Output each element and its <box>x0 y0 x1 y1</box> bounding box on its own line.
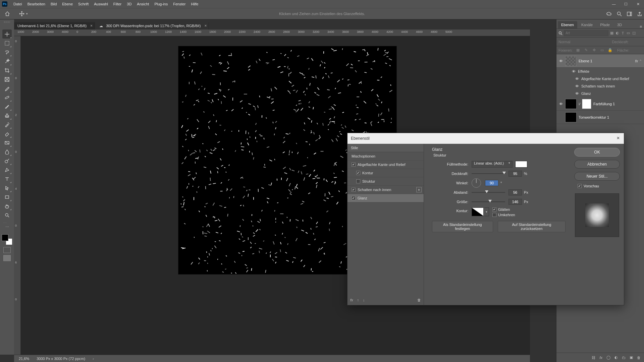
move-up-icon[interactable]: ↑ <box>357 298 359 302</box>
new-style-button[interactable]: Neuer Stil... <box>574 172 620 181</box>
tab-3d[interactable]: 3D <box>614 21 625 28</box>
blur-tool[interactable] <box>2 147 12 156</box>
document-tab-2[interactable]: ☁ 300 DPI Wassertropfen.psdc bei 117% (T… <box>95 22 209 29</box>
checkbox-icon[interactable] <box>352 188 356 192</box>
status-doc-dims[interactable]: 3000 Px x 3000 Px (72 ppcm) <box>37 357 85 361</box>
lock-position-icon[interactable]: ✥ <box>591 48 597 52</box>
adjustment-layer-icon[interactable]: ◐ <box>614 355 618 360</box>
checkbox-icon[interactable] <box>352 163 356 167</box>
fx-menu-icon[interactable]: fx <box>350 298 353 302</box>
filter-type-icon[interactable]: T <box>621 30 625 36</box>
menu-window[interactable]: Fenster <box>170 0 188 8</box>
crop-tool[interactable] <box>2 66 12 75</box>
heal-tool[interactable] <box>2 93 12 102</box>
frame-tool[interactable] <box>2 75 12 84</box>
style-blend-options[interactable]: Mischoptionen <box>347 152 424 161</box>
filter-shape-icon[interactable]: ▭ <box>626 30 630 36</box>
brush-tool[interactable] <box>2 102 12 111</box>
menu-3d[interactable]: 3D <box>124 0 134 8</box>
link-layers-icon[interactable]: ⛓ <box>592 356 595 360</box>
lasso-tool[interactable] <box>2 48 12 57</box>
menu-file[interactable]: Datei <box>11 0 25 8</box>
status-more-icon[interactable]: › <box>93 357 94 361</box>
path-select-tool[interactable] <box>2 183 12 192</box>
gradient-tool[interactable] <box>2 138 12 147</box>
close-icon[interactable]: × <box>204 22 207 29</box>
reset-default-button[interactable]: Auf Standardeinstellung zurücksetzen <box>498 221 566 232</box>
move-tool[interactable] <box>2 29 12 39</box>
menu-select[interactable]: Auswahl <box>91 0 111 8</box>
color-swatch[interactable] <box>515 161 527 168</box>
invert-checkbox[interactable]: Umkehren <box>492 213 515 217</box>
tab-channels[interactable]: Kanäle <box>578 21 596 28</box>
new-layer-icon[interactable]: ▣ <box>630 355 633 360</box>
status-zoom[interactable]: 21,6% <box>19 357 29 361</box>
fx-bevel-row[interactable]: 👁 Abgeflachte Kante und Relief <box>556 75 644 82</box>
lock-artboard-icon[interactable]: ▭ <box>599 48 605 52</box>
workspace-icon[interactable] <box>627 11 632 16</box>
lock-all-icon[interactable]: 🔒 <box>607 48 613 52</box>
style-bevel[interactable]: Abgeflachte Kante und Relief <box>347 161 424 169</box>
ok-button[interactable]: OK <box>574 148 620 157</box>
fx-badge[interactable]: fx <box>635 59 638 63</box>
menu-filter[interactable]: Filter <box>111 0 124 8</box>
add-instance-icon[interactable]: + <box>416 187 422 192</box>
style-satin[interactable]: Glanz <box>347 194 424 202</box>
tab-paths[interactable]: Pfade <box>597 21 613 28</box>
document-tab-1[interactable]: Unbenannt-1 bei 21,6% (Ebene 1, RGB/8) × <box>14 22 95 29</box>
trash-icon[interactable]: 🗑 <box>417 298 421 302</box>
fx-inner-shadow-row[interactable]: 👁 Schatten nach innen <box>556 82 644 90</box>
anti-alias-checkbox[interactable]: Glätten <box>492 207 515 212</box>
style-texture[interactable]: Struktur <box>347 177 424 186</box>
eraser-tool[interactable] <box>2 129 12 138</box>
menu-plugins[interactable]: Plug-ins <box>152 0 170 8</box>
fx-satin-row[interactable]: 👁 Glanz <box>556 90 644 97</box>
filter-smart-icon[interactable]: ◫ <box>632 30 636 36</box>
checkbox-icon[interactable] <box>356 179 360 183</box>
share-icon[interactable] <box>637 11 642 16</box>
fx-collapse-icon[interactable]: ⌃ <box>639 59 642 63</box>
fg-bg-color[interactable] <box>2 234 12 245</box>
angle-dial[interactable] <box>472 178 481 188</box>
visibility-icon[interactable]: 👁 <box>556 59 565 63</box>
opacity-slider[interactable] <box>472 171 505 176</box>
layer-thumbnail[interactable] <box>565 99 577 109</box>
filter-adjust-icon[interactable]: ◐ <box>615 30 620 36</box>
size-input[interactable] <box>508 199 522 205</box>
zoom-tool[interactable] <box>2 210 12 220</box>
checkbox-icon[interactable] <box>356 171 360 175</box>
size-slider[interactable] <box>472 199 505 204</box>
close-icon[interactable]: × <box>90 22 93 29</box>
group-icon[interactable]: 🗀 <box>622 356 626 360</box>
dialog-titlebar[interactable]: Ebenenstil ✕ <box>347 133 624 144</box>
layer-row-ebene1[interactable]: 👁 Ebene 1 fx ⌃ <box>556 54 644 68</box>
distance-slider[interactable] <box>472 190 505 195</box>
layer-row-curves[interactable]: Tonwertkorrektur 1 <box>556 111 644 124</box>
pen-tool[interactable] <box>2 165 12 174</box>
visibility-icon[interactable]: 👁 <box>575 84 579 88</box>
layer-name[interactable]: Tonwertkorrektur 1 <box>579 115 642 119</box>
cloud-doc-icon[interactable] <box>606 11 612 16</box>
filter-image-icon[interactable]: ▦ <box>610 30 614 36</box>
tab-layers[interactable]: Ebenen <box>558 21 577 28</box>
fx-header[interactable]: 👁 Effekte <box>556 68 644 75</box>
wand-tool[interactable] <box>2 57 12 66</box>
layer-name[interactable]: Ebene 1 <box>579 59 635 63</box>
lock-paint-icon[interactable]: ✎ <box>583 48 589 52</box>
menu-help[interactable]: Hilfe <box>188 0 201 8</box>
window-close-button[interactable]: ✕ <box>632 0 644 8</box>
blend-mode-select[interactable]: Linear abw. (Add.) <box>472 161 513 168</box>
menu-edit[interactable]: Bearbeiten <box>25 0 48 8</box>
layer-name[interactable]: Farbfüllung 1 <box>593 102 642 106</box>
shape-tool[interactable] <box>2 192 12 201</box>
lock-pixels-icon[interactable]: ▦ <box>575 48 581 52</box>
menu-layer[interactable]: Ebene <box>59 0 75 8</box>
dropdown-caret-icon[interactable]: ▾ <box>26 12 28 15</box>
horizontal-ruler[interactable]: 1000200030004000020040060080010001200140… <box>14 29 530 36</box>
vertical-ruler[interactable]: 00204060 <box>14 36 21 355</box>
make-default-button[interactable]: Als Standardeinstellung festlegen <box>432 221 493 232</box>
contour-preset[interactable] <box>472 207 484 216</box>
close-icon[interactable]: ✕ <box>615 135 621 141</box>
distance-input[interactable] <box>508 189 522 195</box>
marquee-tool[interactable] <box>2 39 12 48</box>
